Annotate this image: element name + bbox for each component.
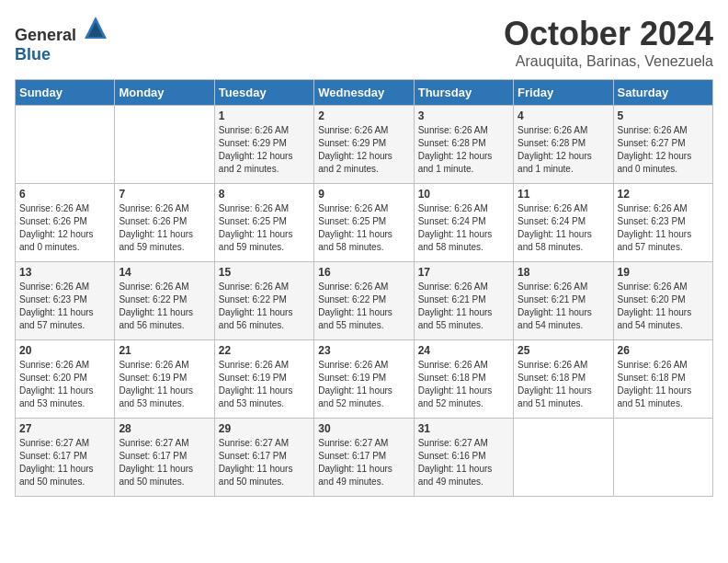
day-header-friday: Friday xyxy=(514,80,613,106)
day-number: 1 xyxy=(219,109,310,122)
calendar-cell: 11Sunrise: 6:26 AMSunset: 6:24 PMDayligh… xyxy=(514,184,613,262)
day-number: 16 xyxy=(318,266,409,279)
day-info: Sunrise: 6:26 AMSunset: 6:19 PMDaylight:… xyxy=(119,359,210,410)
day-number: 30 xyxy=(318,422,409,435)
calendar-cell: 22Sunrise: 6:26 AMSunset: 6:19 PMDayligh… xyxy=(214,340,313,419)
day-number: 19 xyxy=(618,266,709,279)
day-number: 23 xyxy=(318,344,409,357)
calendar-cell: 2Sunrise: 6:26 AMSunset: 6:29 PMDaylight… xyxy=(314,106,414,184)
day-info: Sunrise: 6:26 AMSunset: 6:29 PMDaylight:… xyxy=(318,124,409,176)
day-number: 24 xyxy=(418,344,509,357)
day-info: Sunrise: 6:27 AMSunset: 6:17 PMDaylight:… xyxy=(318,437,409,488)
day-info: Sunrise: 6:26 AMSunset: 6:26 PMDaylight:… xyxy=(119,202,210,254)
day-header-thursday: Thursday xyxy=(414,80,513,106)
day-number: 9 xyxy=(318,188,409,201)
calendar-header-row: SundayMondayTuesdayWednesdayThursdayFrid… xyxy=(16,80,713,106)
day-info: Sunrise: 6:26 AMSunset: 6:23 PMDaylight:… xyxy=(618,202,709,254)
calendar-cell: 13Sunrise: 6:26 AMSunset: 6:23 PMDayligh… xyxy=(16,262,115,340)
day-info: Sunrise: 6:26 AMSunset: 6:28 PMDaylight:… xyxy=(418,124,509,176)
calendar-cell: 9Sunrise: 6:26 AMSunset: 6:25 PMDaylight… xyxy=(314,184,414,262)
day-info: Sunrise: 6:26 AMSunset: 6:19 PMDaylight:… xyxy=(318,359,409,410)
day-number: 22 xyxy=(219,344,310,357)
calendar-cell: 19Sunrise: 6:26 AMSunset: 6:20 PMDayligh… xyxy=(613,262,712,340)
day-number: 27 xyxy=(19,422,110,435)
day-number: 10 xyxy=(418,188,509,201)
day-info: Sunrise: 6:26 AMSunset: 6:23 PMDaylight:… xyxy=(19,281,110,332)
calendar-cell xyxy=(16,106,115,184)
logo-general: General xyxy=(15,26,76,44)
day-info: Sunrise: 6:26 AMSunset: 6:24 PMDaylight:… xyxy=(518,202,609,254)
day-info: Sunrise: 6:26 AMSunset: 6:25 PMDaylight:… xyxy=(219,202,310,254)
calendar-cell: 16Sunrise: 6:26 AMSunset: 6:22 PMDayligh… xyxy=(314,262,414,340)
calendar-cell: 8Sunrise: 6:26 AMSunset: 6:25 PMDaylight… xyxy=(214,184,313,262)
calendar-cell: 25Sunrise: 6:26 AMSunset: 6:18 PMDayligh… xyxy=(514,340,613,419)
day-header-monday: Monday xyxy=(115,80,214,106)
day-number: 5 xyxy=(618,109,709,122)
day-number: 11 xyxy=(518,188,609,201)
day-info: Sunrise: 6:26 AMSunset: 6:19 PMDaylight:… xyxy=(219,359,310,410)
day-number: 21 xyxy=(119,344,210,357)
day-info: Sunrise: 6:26 AMSunset: 6:20 PMDaylight:… xyxy=(618,281,709,332)
day-header-tuesday: Tuesday xyxy=(214,80,313,106)
calendar-cell xyxy=(514,419,613,497)
day-info: Sunrise: 6:26 AMSunset: 6:28 PMDaylight:… xyxy=(518,124,609,176)
day-number: 3 xyxy=(418,109,509,122)
page-header: General Blue October 2024 Arauquita, Bar… xyxy=(15,15,713,70)
calendar-week-row: 13Sunrise: 6:26 AMSunset: 6:23 PMDayligh… xyxy=(16,262,713,340)
calendar-cell: 4Sunrise: 6:26 AMSunset: 6:28 PMDaylight… xyxy=(514,106,613,184)
day-info: Sunrise: 6:26 AMSunset: 6:18 PMDaylight:… xyxy=(518,359,609,410)
calendar-cell: 27Sunrise: 6:27 AMSunset: 6:17 PMDayligh… xyxy=(16,419,115,497)
day-number: 7 xyxy=(119,188,210,201)
calendar-cell: 15Sunrise: 6:26 AMSunset: 6:22 PMDayligh… xyxy=(214,262,313,340)
day-number: 15 xyxy=(219,266,310,279)
day-number: 31 xyxy=(418,422,509,435)
day-info: Sunrise: 6:26 AMSunset: 6:29 PMDaylight:… xyxy=(219,124,310,176)
day-info: Sunrise: 6:26 AMSunset: 6:20 PMDaylight:… xyxy=(19,359,110,410)
day-header-saturday: Saturday xyxy=(613,80,712,106)
day-number: 13 xyxy=(19,266,110,279)
calendar-cell: 7Sunrise: 6:26 AMSunset: 6:26 PMDaylight… xyxy=(115,184,214,262)
day-header-wednesday: Wednesday xyxy=(314,80,414,106)
logo-icon xyxy=(83,15,108,40)
calendar-cell: 29Sunrise: 6:27 AMSunset: 6:17 PMDayligh… xyxy=(214,419,313,497)
calendar-week-row: 1Sunrise: 6:26 AMSunset: 6:29 PMDaylight… xyxy=(16,106,713,184)
calendar-cell: 14Sunrise: 6:26 AMSunset: 6:22 PMDayligh… xyxy=(115,262,214,340)
day-number: 18 xyxy=(518,266,609,279)
calendar-cell: 10Sunrise: 6:26 AMSunset: 6:24 PMDayligh… xyxy=(414,184,513,262)
day-info: Sunrise: 6:27 AMSunset: 6:16 PMDaylight:… xyxy=(418,437,509,488)
calendar-cell: 12Sunrise: 6:26 AMSunset: 6:23 PMDayligh… xyxy=(613,184,712,262)
logo: General Blue xyxy=(15,15,108,64)
calendar-cell xyxy=(613,419,712,497)
day-info: Sunrise: 6:26 AMSunset: 6:21 PMDaylight:… xyxy=(418,281,509,332)
day-number: 26 xyxy=(618,344,709,357)
day-number: 20 xyxy=(19,344,110,357)
day-info: Sunrise: 6:26 AMSunset: 6:21 PMDaylight:… xyxy=(518,281,609,332)
calendar-cell: 18Sunrise: 6:26 AMSunset: 6:21 PMDayligh… xyxy=(514,262,613,340)
day-info: Sunrise: 6:26 AMSunset: 6:22 PMDaylight:… xyxy=(119,281,210,332)
day-number: 8 xyxy=(219,188,310,201)
day-info: Sunrise: 6:27 AMSunset: 6:17 PMDaylight:… xyxy=(119,437,210,488)
day-number: 17 xyxy=(418,266,509,279)
calendar-cell: 30Sunrise: 6:27 AMSunset: 6:17 PMDayligh… xyxy=(314,419,414,497)
calendar-cell: 1Sunrise: 6:26 AMSunset: 6:29 PMDaylight… xyxy=(214,106,313,184)
day-number: 4 xyxy=(518,109,609,122)
calendar-cell: 28Sunrise: 6:27 AMSunset: 6:17 PMDayligh… xyxy=(115,419,214,497)
logo-text: General Blue xyxy=(15,15,108,64)
day-info: Sunrise: 6:26 AMSunset: 6:25 PMDaylight:… xyxy=(318,202,409,254)
calendar-cell: 24Sunrise: 6:26 AMSunset: 6:18 PMDayligh… xyxy=(414,340,513,419)
day-info: Sunrise: 6:26 AMSunset: 6:18 PMDaylight:… xyxy=(618,359,709,410)
day-number: 2 xyxy=(318,109,409,122)
calendar-week-row: 20Sunrise: 6:26 AMSunset: 6:20 PMDayligh… xyxy=(16,340,713,419)
day-number: 25 xyxy=(518,344,609,357)
calendar-week-row: 6Sunrise: 6:26 AMSunset: 6:26 PMDaylight… xyxy=(16,184,713,262)
calendar-cell: 26Sunrise: 6:26 AMSunset: 6:18 PMDayligh… xyxy=(613,340,712,419)
calendar-cell: 31Sunrise: 6:27 AMSunset: 6:16 PMDayligh… xyxy=(414,419,513,497)
day-header-sunday: Sunday xyxy=(16,80,115,106)
calendar-cell: 21Sunrise: 6:26 AMSunset: 6:19 PMDayligh… xyxy=(115,340,214,419)
day-number: 28 xyxy=(119,422,210,435)
calendar-week-row: 27Sunrise: 6:27 AMSunset: 6:17 PMDayligh… xyxy=(16,419,713,497)
logo-blue: Blue xyxy=(15,45,51,63)
day-info: Sunrise: 6:26 AMSunset: 6:24 PMDaylight:… xyxy=(418,202,509,254)
title-block: October 2024 Arauquita, Barinas, Venezue… xyxy=(504,15,713,70)
day-info: Sunrise: 6:26 AMSunset: 6:27 PMDaylight:… xyxy=(618,124,709,176)
